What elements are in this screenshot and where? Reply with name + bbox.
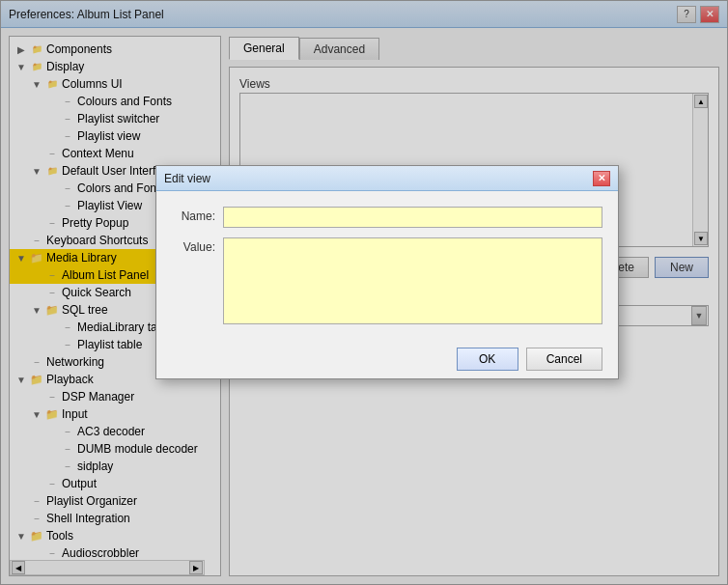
value-textarea[interactable] (223, 237, 602, 324)
cancel-button[interactable]: Cancel (526, 348, 602, 371)
edit-view-dialog: Edit view ✕ Name: Value: (155, 165, 619, 379)
dialog-close-icon: ✕ (598, 173, 605, 183)
ok-button[interactable]: OK (457, 348, 518, 371)
dialog-title: Edit view (164, 172, 210, 185)
name-label: Name: (172, 207, 215, 223)
dialog-buttons: OK Cancel (156, 340, 618, 378)
value-field-row: Value: (172, 237, 602, 324)
dialog-title-bar: Edit view ✕ (156, 166, 618, 191)
dialog-close-button[interactable]: ✕ (593, 171, 610, 186)
value-label: Value: (172, 237, 215, 254)
name-field-row: Name: (172, 207, 602, 228)
dialog-body: Name: Value: (156, 191, 618, 340)
name-input[interactable] (223, 207, 602, 228)
preferences-window: Preferences: Album List Panel ? ✕ ▶ 📁 Co… (0, 0, 728, 585)
modal-overlay: Edit view ✕ Name: Value: (1, 1, 727, 584)
